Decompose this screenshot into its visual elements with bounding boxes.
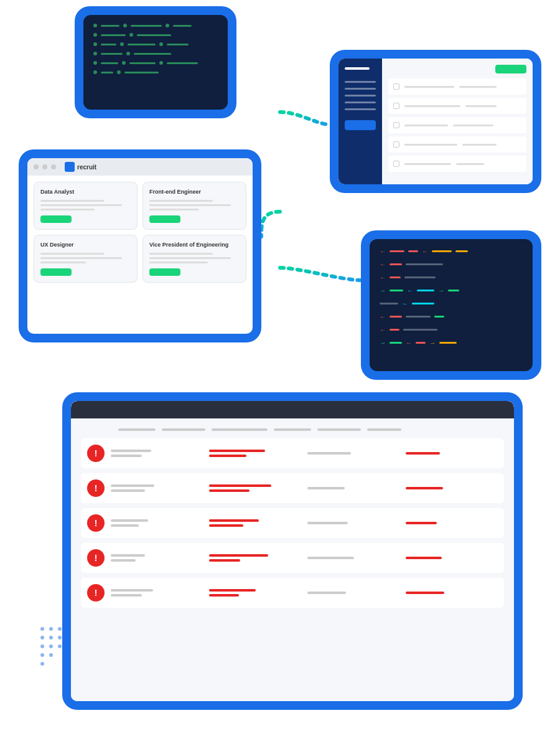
- code-bar: [129, 62, 156, 64]
- cell-bar: [111, 484, 154, 487]
- cell-bar-red: [406, 592, 444, 594]
- svg-point-2: [58, 627, 62, 631]
- code-window: [83, 15, 228, 110]
- checkbox[interactable]: [393, 161, 399, 167]
- row-bar: [453, 125, 493, 126]
- cell-2: [209, 450, 301, 457]
- table-card-bottom: ! !: [62, 392, 523, 710]
- cell-2: [209, 519, 301, 527]
- code-dot: [120, 42, 124, 46]
- ui-table-row: [388, 78, 526, 95]
- job-apply-button[interactable]: [149, 215, 180, 223]
- code-bar-gray: [380, 303, 398, 304]
- checkbox[interactable]: [393, 103, 399, 109]
- code-dot: [117, 70, 121, 74]
- sidebar-item-bar: [345, 88, 376, 90]
- alert-icon: !: [87, 479, 105, 497]
- colored-code-window: ← ← ← ← → ←: [370, 239, 533, 371]
- job-apply-button[interactable]: [40, 215, 72, 223]
- svg-point-6: [40, 644, 44, 648]
- cell-4: [406, 557, 498, 559]
- arrow-left-icon: ←: [380, 261, 386, 268]
- job-apply-button[interactable]: [40, 268, 72, 276]
- code-bar-gray: [404, 276, 436, 278]
- cell-bar: [111, 589, 153, 592]
- checkbox[interactable]: [393, 83, 399, 90]
- job-bar: [149, 257, 231, 259]
- cell-3: [307, 487, 399, 489]
- code-line-4: → ← →: [380, 287, 523, 294]
- code-bar: [101, 34, 126, 36]
- table-row: !: [81, 508, 504, 538]
- code-line-6: ←: [380, 313, 523, 320]
- svg-point-0: [40, 627, 44, 631]
- code-line-8: → ← →: [380, 339, 523, 346]
- code-bar-green: [434, 316, 444, 318]
- traffic-dot-green: [51, 164, 56, 169]
- code-dot: [93, 24, 97, 27]
- ui-table-row: [388, 136, 526, 153]
- job-card-data-analyst: Data Analyst: [34, 182, 138, 230]
- checkbox[interactable]: [393, 141, 399, 148]
- cell-bar-red: [406, 452, 440, 455]
- code-dot: [122, 61, 126, 65]
- arrow-right-icon: →: [380, 287, 386, 294]
- cell-1: [111, 484, 203, 492]
- cell-bar-red: [209, 519, 259, 522]
- code-dot: [159, 42, 163, 46]
- sidebar-item-bar: [345, 95, 376, 97]
- code-bar: [128, 44, 156, 45]
- cell-3: [307, 557, 399, 559]
- ui-window: [338, 59, 533, 184]
- cell-1: [111, 519, 203, 527]
- cell-4: [406, 487, 498, 489]
- code-bar: [173, 25, 192, 27]
- row-bar: [462, 144, 497, 146]
- cell-4: [406, 452, 498, 455]
- svg-point-9: [40, 653, 44, 657]
- cell-bar-red: [209, 484, 271, 487]
- row-bar: [404, 125, 448, 126]
- ui-action-button[interactable]: [495, 65, 526, 73]
- checkbox[interactable]: [393, 122, 399, 128]
- code-line: [93, 42, 218, 46]
- cell-bar-red: [209, 594, 239, 597]
- ui-card-top-right: [330, 50, 541, 193]
- code-line: [93, 33, 218, 37]
- svg-point-3: [40, 636, 44, 639]
- code-bar-red: [390, 250, 404, 252]
- recruit-job-grid: Data Analyst Front-end Engineer UX Des: [27, 176, 253, 289]
- table-row: !: [81, 473, 504, 503]
- code-line: [93, 61, 218, 65]
- cell-bar: [307, 592, 346, 594]
- arrow-left-icon: ←: [380, 313, 386, 320]
- job-bar: [40, 257, 122, 259]
- cell-bar-red: [209, 589, 256, 592]
- sidebar-title-bar: [345, 67, 370, 70]
- sidebar-button[interactable]: [345, 120, 376, 130]
- code-bar-cyan: [412, 303, 434, 304]
- code-bar-red: [390, 316, 402, 318]
- cell-bar: [111, 450, 151, 452]
- job-apply-button[interactable]: [149, 268, 180, 276]
- table-row: !: [81, 578, 504, 608]
- col-header: [317, 428, 361, 431]
- code-line: [93, 24, 218, 27]
- col-header: [212, 428, 268, 431]
- code-bar-green: [448, 290, 459, 291]
- table-header: [81, 428, 504, 431]
- svg-point-11: [40, 662, 44, 666]
- cell-3: [307, 452, 399, 455]
- svg-point-4: [49, 636, 53, 639]
- job-title: UX Designer: [40, 242, 131, 248]
- col-header: [118, 428, 156, 431]
- col-header: [162, 428, 205, 431]
- cell-1: [111, 554, 203, 562]
- code-bar-red: [390, 263, 402, 265]
- sidebar-item-bar: [345, 108, 376, 110]
- code-bar-orange: [432, 250, 452, 252]
- code-dot: [129, 33, 133, 37]
- table-row: !: [81, 438, 504, 468]
- code-bar: [134, 53, 171, 55]
- cell-bar: [307, 487, 345, 489]
